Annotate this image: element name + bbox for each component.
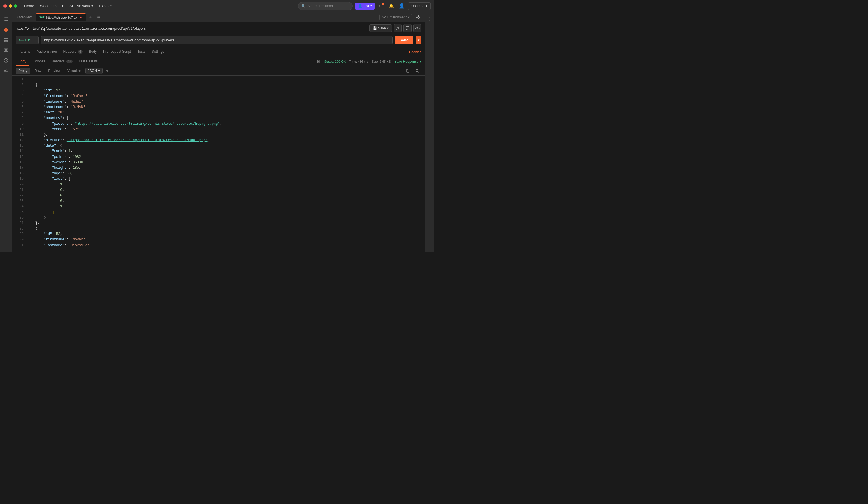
line-number: 24 — [14, 204, 24, 209]
right-sidebar-icon-1[interactable] — [425, 14, 434, 24]
json-line: 10 "code": "ESP" — [12, 127, 425, 132]
req-tab-settings[interactable]: Settings — [149, 48, 167, 56]
line-number: 14 — [14, 148, 24, 154]
req-tab-body[interactable]: Body — [86, 48, 100, 56]
search-json-button[interactable] — [413, 67, 421, 75]
tabs-bar: Overview GET https://whrtwu43q7.ex ● + •… — [12, 12, 425, 22]
tab-more-button[interactable]: ••• — [95, 15, 102, 20]
search-bar[interactable]: 🔍 Search Postman — [298, 2, 353, 10]
invite-icon: 👤 — [358, 4, 362, 8]
line-number: 5 — [14, 99, 24, 104]
json-type-selector[interactable]: JSON ▾ — [85, 68, 103, 74]
chevron-down-icon: ▾ — [91, 4, 93, 8]
maximize-light[interactable] — [14, 4, 17, 8]
view-pretty-button[interactable]: Pretty — [16, 68, 30, 74]
upgrade-button[interactable]: Upgrade ▾ — [408, 2, 431, 10]
svg-line-22 — [418, 71, 419, 73]
line-number: 4 — [14, 94, 24, 99]
invite-button[interactable]: 👤 Invite — [355, 3, 375, 10]
sidebar-icon-history[interactable] — [1, 56, 11, 65]
settings-button[interactable]: ⚙ — [377, 2, 385, 10]
json-line: 26 } — [12, 215, 425, 220]
json-line: 25 ] — [12, 210, 425, 215]
res-tab-headers[interactable]: Headers 17 — [49, 58, 75, 66]
line-number: 27 — [14, 220, 24, 226]
view-visualize-button[interactable]: Visualize — [64, 68, 84, 74]
tab-overview[interactable]: Overview — [14, 13, 34, 21]
res-tab-test-results[interactable]: Test Results — [76, 58, 101, 66]
view-raw-button[interactable]: Raw — [31, 68, 44, 74]
json-line: 22 0, — [12, 193, 425, 198]
json-line: 28 { — [12, 226, 425, 232]
line-number: 16 — [14, 160, 24, 165]
svg-rect-20 — [407, 70, 409, 72]
close-light[interactable] — [3, 4, 7, 8]
method-selector[interactable]: GET ▾ — [16, 36, 39, 44]
sidebar-icon-menu[interactable]: ☰ — [1, 14, 11, 24]
line-content: 0, — [27, 193, 423, 198]
res-tab-body[interactable]: Body — [16, 58, 29, 66]
json-line: 8 "country": { — [12, 115, 425, 121]
req-tab-auth[interactable]: Authorization — [34, 48, 60, 56]
environment-icon-button[interactable] — [414, 13, 423, 21]
url-display: https://whrtwu43q7.execute-api.us-east-1… — [16, 26, 367, 31]
tab-url-label: https://whrtwu43q7.ex — [46, 16, 77, 19]
line-content: 0, — [27, 187, 423, 193]
url-display-bar: https://whrtwu43q7.execute-api.us-east-1… — [12, 22, 425, 34]
line-number: 23 — [14, 198, 24, 204]
search-icon: 🔍 — [301, 4, 306, 8]
sidebar-icon-collections[interactable] — [1, 35, 11, 44]
line-content: "id": 52, — [27, 232, 423, 237]
sidebar-icon-share[interactable] — [1, 66, 11, 75]
json-line: 2 { — [12, 82, 425, 88]
req-tab-prerequest[interactable]: Pre-request Script — [100, 48, 134, 56]
line-content: 0, — [27, 198, 423, 204]
tab-active-request[interactable]: GET https://whrtwu43q7.ex ● — [36, 13, 86, 21]
url-input[interactable] — [41, 36, 393, 44]
nav-home[interactable]: Home — [22, 3, 37, 9]
save-button[interactable]: 💾 Save ▾ — [370, 24, 392, 32]
line-number: 2 — [14, 82, 24, 88]
copy-button[interactable] — [403, 67, 412, 75]
code-button[interactable]: </> — [413, 24, 421, 32]
nav-workspaces[interactable]: Workspaces ▾ — [38, 3, 66, 9]
minimize-light[interactable] — [9, 4, 12, 8]
send-button[interactable]: Send — [395, 36, 413, 44]
view-preview-button[interactable]: Preview — [45, 68, 63, 74]
line-number: 13 — [14, 143, 24, 148]
comment-button[interactable] — [403, 24, 412, 32]
req-tab-tests[interactable]: Tests — [134, 48, 148, 56]
json-line: 12 "picture": "https://data.latelier.co/… — [12, 138, 425, 143]
environment-selector[interactable]: No Environment ▾ — [379, 14, 412, 20]
svg-line-10 — [5, 71, 7, 72]
svg-point-12 — [417, 17, 419, 18]
chevron-down-icon: ▾ — [387, 26, 389, 30]
edit-button[interactable] — [394, 24, 402, 32]
svg-rect-3 — [6, 40, 8, 42]
cookies-link[interactable]: Cookies — [409, 50, 421, 56]
line-number: 25 — [14, 210, 24, 215]
json-line: 9 "picture": "https://data.latelier.co/t… — [12, 121, 425, 127]
nav-explore[interactable]: Explore — [97, 3, 114, 9]
line-content: "last": [ — [27, 176, 423, 182]
line-content: [ — [27, 77, 423, 82]
req-tab-headers[interactable]: Headers 6 — [60, 48, 85, 56]
line-number: 17 — [14, 165, 24, 171]
tab-add-button[interactable]: + — [87, 14, 94, 21]
notifications-button[interactable]: 🔔 — [388, 2, 395, 10]
tab-close-button[interactable]: ● — [79, 16, 83, 20]
json-content[interactable]: 1[2 {3 "id": 17,4 "firstname": "Rafael",… — [12, 76, 425, 252]
filter-button[interactable] — [104, 67, 111, 75]
sidebar-icon-environments[interactable] — [1, 45, 11, 55]
line-number: 19 — [14, 176, 24, 182]
line-content: "country": { — [27, 115, 423, 121]
sidebar-icon-request[interactable]: ◎ — [1, 25, 11, 34]
send-dropdown-button[interactable]: ▾ — [415, 36, 421, 44]
res-tab-cookies[interactable]: Cookies — [30, 58, 48, 66]
settings-badge — [382, 3, 384, 5]
save-response-button[interactable]: Save Response ▾ — [394, 60, 421, 64]
req-tab-params[interactable]: Params — [16, 48, 33, 56]
code-icon: </> — [415, 27, 420, 30]
nav-api-network[interactable]: API Network ▾ — [67, 3, 96, 9]
user-avatar[interactable]: 👤 — [398, 2, 406, 10]
